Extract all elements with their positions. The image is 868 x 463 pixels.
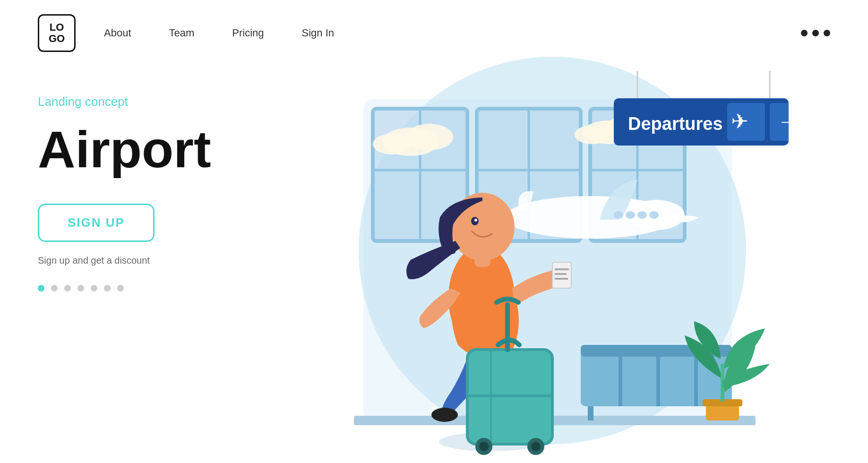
main-content: Landing concept Airport SIGN UP Sign up … [0, 66, 868, 463]
svg-point-23 [637, 211, 647, 219]
nav-team[interactable]: Team [169, 27, 195, 39]
logo-line1: LO [50, 22, 64, 33]
page-dot-3[interactable] [64, 285, 71, 292]
left-panel: Landing concept Airport SIGN UP Sign up … [38, 76, 274, 463]
svg-rect-51 [555, 278, 568, 280]
dot-2 [812, 30, 819, 36]
dot-1 [801, 30, 808, 36]
hero-illustration: Departures ✈ → [274, 76, 830, 463]
svg-rect-64 [505, 302, 510, 352]
svg-point-45 [431, 408, 458, 422]
svg-rect-31 [588, 406, 593, 420]
pagination-dots [38, 285, 274, 292]
hero-title: Airport [38, 123, 274, 175]
svg-text:→: → [777, 110, 789, 133]
svg-point-21 [614, 211, 623, 219]
more-options[interactable] [801, 30, 830, 36]
svg-rect-29 [656, 345, 660, 406]
landing-concept-label: Landing concept [38, 94, 274, 109]
svg-point-63 [531, 442, 541, 451]
navigation: About Team Pricing Sign In [104, 27, 334, 39]
nav-pricing[interactable]: Pricing [232, 27, 264, 39]
svg-point-18 [575, 125, 610, 144]
nav-about[interactable]: About [104, 27, 131, 39]
svg-text:✈: ✈ [731, 110, 748, 133]
page-dot-5[interactable] [91, 285, 97, 292]
svg-point-14 [406, 124, 453, 150]
page-dot-7[interactable] [117, 285, 124, 292]
svg-point-22 [626, 211, 635, 219]
svg-rect-50 [555, 273, 567, 275]
signup-button[interactable]: SIGN UP [38, 204, 155, 242]
page-dot-6[interactable] [104, 285, 111, 292]
svg-point-15 [373, 134, 411, 154]
page-dot-2[interactable] [51, 285, 58, 292]
svg-rect-25 [354, 416, 756, 425]
svg-rect-28 [619, 345, 622, 406]
logo[interactable]: LO GO [38, 14, 76, 52]
page-dot-1[interactable] [38, 285, 44, 292]
svg-point-62 [479, 442, 489, 451]
dot-3 [824, 30, 830, 36]
svg-point-24 [649, 211, 659, 219]
logo-line2: GO [49, 33, 65, 44]
svg-rect-48 [552, 262, 571, 288]
svg-text:Departures: Departures [628, 114, 723, 134]
header: LO GO About Team Pricing Sign In [0, 0, 868, 66]
svg-point-55 [474, 219, 477, 222]
page-dot-4[interactable] [77, 285, 84, 292]
airport-scene: Departures ✈ → [316, 71, 789, 463]
signup-subtitle: Sign up and get a discount [38, 255, 274, 266]
svg-rect-49 [555, 268, 569, 270]
nav-signin[interactable]: Sign In [302, 27, 335, 39]
